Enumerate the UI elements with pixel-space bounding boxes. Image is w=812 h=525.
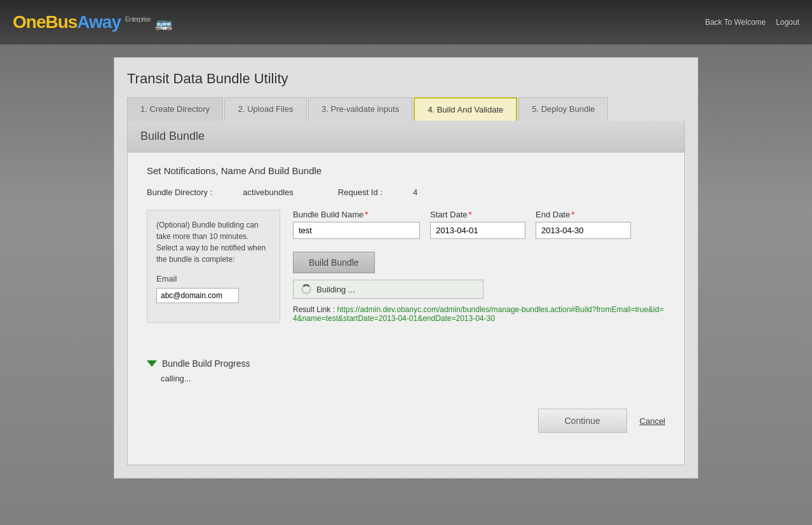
form-area: (Optional) Bundle building can take more… [147, 210, 665, 323]
progress-header: Bundle Build Progress [147, 358, 665, 369]
start-date-group: Start Date* [430, 210, 525, 239]
bundle-name-input[interactable] [293, 222, 420, 239]
content-area: Transit Data Bundle Utility 1. Create Di… [114, 57, 698, 479]
notification-box: (Optional) Bundle building can take more… [147, 210, 280, 323]
bundle-info: Bundle Directory : activebundles Request… [147, 188, 665, 197]
bundle-name-group: Bundle Build Name* [293, 210, 420, 239]
notification-text: (Optional) Bundle building can take more… [156, 219, 271, 265]
building-text: Building ... [316, 285, 355, 294]
bus-icon: 🚌 [155, 15, 172, 31]
logo-away: Away [77, 12, 121, 32]
end-date-group: End Date* [536, 210, 631, 239]
logout-link[interactable]: Logout [776, 18, 799, 27]
section-title: Set Notifications, Name And Build Bundle [147, 165, 665, 176]
bundle-directory-label: Bundle Directory : [147, 188, 212, 197]
build-bundle-button[interactable]: Build Bundle [293, 252, 375, 273]
cancel-button[interactable]: Cancel [640, 416, 665, 426]
start-date-label: Start Date* [430, 210, 525, 219]
footer-buttons: Continue Cancel [128, 396, 684, 446]
calling-text: calling... [161, 374, 665, 383]
inner-panel: Build Bundle Set Notifications, Name And… [127, 121, 685, 465]
end-date-label: End Date* [536, 210, 631, 219]
header-nav: Back To Welcome Logout [705, 18, 799, 27]
start-date-input[interactable] [430, 222, 525, 239]
continue-button[interactable]: Continue [538, 409, 627, 433]
spinner-icon [301, 284, 311, 294]
tab-create-directory[interactable]: 1. Create Directory [127, 97, 223, 121]
tab-pre-validate[interactable]: 3. Pre-validate inputs [308, 97, 412, 121]
bundle-name-label: Bundle Build Name* [293, 210, 420, 219]
result-link[interactable]: https://admin.dev.obanyc.com/admin/bundl… [293, 305, 663, 323]
request-id-value: 4 [413, 188, 417, 197]
progress-title: Bundle Build Progress [162, 358, 250, 369]
result-link-area: Result Link : https://admin.dev.obanyc.c… [293, 305, 665, 323]
logo-enterprise: Enterprise [125, 15, 151, 23]
building-bar: Building ... [293, 280, 484, 299]
email-label: Email [156, 273, 271, 285]
progress-section: Bundle Build Progress calling... [128, 358, 684, 383]
inner-content: Set Notifications, Name And Build Bundle… [128, 153, 684, 348]
result-link-prefix: Result Link : [293, 305, 335, 314]
header: OneBusAway Enterprise 🚌 Back To Welcome … [0, 0, 812, 44]
back-to-welcome-link[interactable]: Back To Welcome [705, 18, 766, 27]
end-date-input[interactable] [536, 222, 631, 239]
tab-build-validate[interactable]: 4. Build And Validate [414, 97, 517, 121]
email-input[interactable] [156, 288, 239, 303]
bundle-directory-value: activebundles [243, 188, 294, 197]
tab-upload-files[interactable]: 2. Upload Files [224, 97, 307, 121]
build-bundle-header: Build Bundle [128, 121, 684, 153]
logo-one: OneBus [13, 12, 77, 32]
logo: OneBusAway Enterprise 🚌 [13, 12, 172, 32]
logo-area: OneBusAway Enterprise 🚌 [13, 12, 172, 32]
form-fields: Bundle Build Name* Start Date* [293, 210, 665, 323]
triangle-down-icon [147, 360, 157, 367]
tab-deploy-bundle[interactable]: 5. Deploy Bundle [518, 97, 608, 121]
main-wrapper: Transit Data Bundle Utility 1. Create Di… [101, 57, 711, 479]
form-row-names: Bundle Build Name* Start Date* [293, 210, 665, 239]
page-title: Transit Data Bundle Utility [127, 71, 685, 87]
request-id-label: Request Id : [338, 188, 382, 197]
tabs: 1. Create Directory 2. Upload Files 3. P… [127, 97, 685, 121]
